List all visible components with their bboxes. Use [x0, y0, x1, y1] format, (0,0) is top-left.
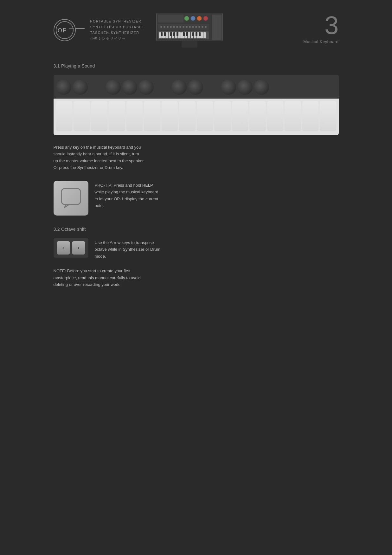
white-key-4[interactable] [109, 101, 125, 131]
svg-rect-46 [173, 32, 175, 36]
pro-tip-image [54, 181, 88, 216]
svg-point-7 [197, 16, 202, 21]
arrow-keys: ‹ › [54, 238, 88, 258]
white-key-12[interactable] [249, 101, 266, 131]
svg-point-13 [164, 26, 165, 28]
svg-rect-51 [196, 32, 197, 36]
black-key-6[interactable] [171, 80, 187, 95]
svg-point-25 [202, 26, 203, 28]
svg-point-22 [192, 26, 194, 28]
svg-rect-47 [177, 32, 178, 36]
note-text: NOTE: Before you start to create your fi… [54, 268, 339, 288]
svg-point-24 [198, 26, 200, 28]
octave-tip: ‹ › Use the Arrow keys to transpose octa… [54, 238, 339, 260]
svg-point-6 [191, 16, 195, 21]
svg-rect-42 [203, 32, 206, 38]
svg-rect-50 [192, 32, 194, 36]
svg-rect-4 [158, 15, 183, 23]
device-image [156, 13, 223, 41]
svg-rect-34 [178, 32, 181, 38]
arrow-right-key[interactable]: › [72, 241, 85, 255]
svg-rect-37 [188, 32, 190, 38]
section-31: 3.1 Playing a Sound [54, 63, 339, 216]
svg-rect-44 [164, 32, 166, 36]
svg-point-26 [205, 26, 207, 28]
black-key-4[interactable] [122, 80, 137, 95]
svg-point-8 [203, 16, 208, 21]
section-32-title: 3.2 Octave shift [54, 227, 339, 232]
svg-point-20 [186, 26, 188, 28]
white-key-6[interactable] [144, 101, 160, 131]
white-key-16[interactable] [320, 101, 336, 131]
svg-rect-45 [170, 32, 172, 36]
section-31-title: 3.1 Playing a Sound [54, 63, 339, 68]
svg-rect-43 [161, 32, 163, 36]
svg-point-23 [195, 26, 197, 28]
black-key-spacer-2 [155, 80, 170, 95]
white-key-7[interactable] [162, 101, 178, 131]
svg-rect-49 [186, 32, 188, 36]
white-key-15[interactable] [302, 101, 319, 131]
keyboard-black-row [54, 75, 339, 99]
section-32: 3.2 Octave shift ‹ › Use the Arrow keys … [54, 227, 339, 260]
header-left: OP PORTABLE SYNTHESIZER SYNTHÉTISEUR POR… [54, 13, 223, 48]
keyboard-white-row [54, 99, 339, 135]
arrow-left-key[interactable]: ‹ [57, 241, 70, 255]
black-key-5[interactable] [138, 80, 154, 95]
black-key-10[interactable] [254, 80, 269, 95]
black-key-9[interactable] [237, 80, 253, 95]
pro-tip-text: PRO-TIP: Press and hold HELP while playi… [95, 181, 158, 209]
svg-rect-41 [200, 32, 203, 38]
svg-point-17 [176, 26, 178, 28]
svg-point-12 [160, 26, 162, 28]
header: OP PORTABLE SYNTHESIZER SYNTHÉTISEUR POR… [54, 13, 339, 48]
black-key-3[interactable] [106, 80, 121, 95]
pro-tip: PRO-TIP: Press and hold HELP while playi… [54, 181, 339, 216]
black-key-2[interactable] [73, 80, 88, 95]
black-key-spacer-1 [89, 80, 104, 95]
svg-rect-48 [183, 32, 185, 36]
white-key-9[interactable] [197, 101, 213, 131]
svg-rect-56 [61, 189, 80, 204]
white-key-3[interactable] [91, 101, 108, 131]
svg-rect-52 [199, 32, 201, 36]
svg-rect-30 [165, 32, 168, 38]
svg-point-19 [183, 26, 184, 28]
white-key-8[interactable] [179, 101, 196, 131]
white-key-14[interactable] [285, 101, 301, 131]
brand-text: PORTABLE SYNTHESIZER SYNTHÉTISEUR PORTAB… [90, 19, 145, 41]
octave-description: Use the Arrow keys to transpose octave w… [95, 238, 160, 260]
svg-text:OP: OP [58, 27, 67, 34]
white-key-13[interactable] [267, 101, 284, 131]
white-key-11[interactable] [232, 101, 248, 131]
black-key-8[interactable] [221, 80, 236, 95]
svg-rect-9 [212, 15, 222, 40]
keyboard [54, 75, 339, 135]
white-key-5[interactable] [126, 101, 143, 131]
svg-point-21 [189, 26, 191, 28]
svg-point-15 [170, 26, 172, 28]
white-key-10[interactable] [214, 101, 231, 131]
svg-point-18 [179, 26, 181, 28]
black-key-spacer-3 [204, 80, 220, 95]
svg-point-14 [167, 26, 169, 28]
white-key-2[interactable] [74, 101, 90, 131]
page-label: Musical Keyboard [303, 39, 338, 44]
white-key-1[interactable] [56, 101, 73, 131]
black-key-7[interactable] [188, 80, 203, 95]
page-number: 3 [303, 13, 338, 38]
black-key-1[interactable] [56, 80, 71, 95]
section-31-description: Press any key on the musical keyboard an… [54, 144, 339, 171]
svg-point-5 [184, 16, 189, 21]
header-right: 3 Musical Keyboard [303, 13, 338, 44]
logo-circle: OP [54, 19, 76, 41]
svg-point-16 [173, 26, 175, 28]
